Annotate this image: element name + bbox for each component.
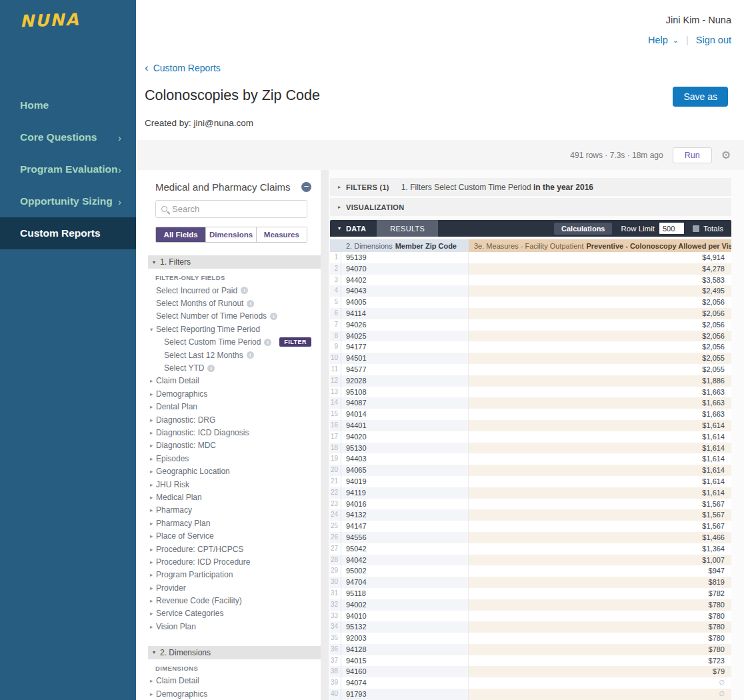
field-group-row[interactable]: ▸ Demographics [136, 387, 321, 400]
zip-cell[interactable]: 94070 [341, 263, 469, 275]
field-row[interactable]: Select Custom Time Period i FILTER [136, 336, 321, 349]
value-cell[interactable]: $1,567 [469, 509, 731, 521]
value-cell[interactable]: $1,614 [469, 487, 731, 499]
field-group-row[interactable]: ▸ JHU Risk [136, 478, 321, 491]
field-group-row[interactable]: ▸ Dental Plan [136, 401, 321, 413]
value-cell[interactable]: $2,056 [469, 297, 731, 308]
field-group-row[interactable]: ▸ Medical Plan [136, 491, 321, 503]
value-cell[interactable]: $1,007 [469, 555, 731, 566]
filters-bar[interactable]: ▸ FILTERS (1) 1. Filters Select Custom T… [330, 178, 731, 196]
zip-cell[interactable]: 94026 [341, 319, 469, 331]
value-cell[interactable]: $2,056 [469, 308, 731, 319]
zip-cell[interactable]: 95002 [341, 565, 469, 577]
dimension-group-row[interactable]: ▸ Demographics [136, 687, 321, 700]
info-icon[interactable]: i [247, 300, 254, 307]
value-cell[interactable]: $1,567 [469, 499, 731, 510]
field-group-row[interactable]: ▸ Episodes [136, 452, 321, 465]
zip-cell[interactable]: 94019 [341, 476, 469, 487]
value-cell[interactable]: $2,056 [469, 331, 731, 342]
value-cell[interactable]: $4,278 [469, 263, 731, 275]
info-icon[interactable]: i [207, 365, 215, 372]
value-cell[interactable]: $2,056 [469, 319, 731, 331]
value-cell[interactable]: $1,663 [469, 397, 731, 409]
zip-cell[interactable]: 94015 [341, 655, 469, 667]
zip-cell[interactable]: 92028 [341, 375, 469, 387]
totals-checkbox[interactable] [693, 225, 699, 232]
zip-cell[interactable]: 94403 [341, 453, 469, 465]
field-tab[interactable]: Dimensions [206, 227, 256, 242]
dimension-group-row[interactable]: ▸ Claim Detail [136, 675, 321, 687]
field-row[interactable]: Select YTD i [136, 361, 321, 374]
field-group-row[interactable]: ▸ Diagnostic: DRG [136, 413, 321, 426]
field-tab[interactable]: All Fields [156, 227, 206, 242]
value-cell[interactable]: $2,495 [469, 285, 731, 297]
value-cell[interactable]: $1,614 [469, 431, 731, 443]
info-icon[interactable]: i [241, 287, 248, 294]
dimension-column-header[interactable]: 2. Dimensions Member Zip Code [341, 239, 469, 252]
value-cell[interactable]: $1,663 [469, 409, 731, 420]
sidebar-item[interactable]: Opportunity Sizing › [0, 185, 136, 217]
field-group-row[interactable]: ▸ Pharmacy [136, 504, 321, 517]
info-icon[interactable]: i [270, 313, 277, 320]
zip-cell[interactable]: 94147 [341, 521, 469, 532]
row-limit-input[interactable] [659, 223, 684, 234]
value-cell[interactable]: $780 [469, 633, 731, 644]
field-group-row[interactable]: ▸ Program Participation [136, 569, 321, 581]
zip-cell[interactable]: 95042 [341, 543, 469, 555]
zip-cell[interactable]: 94016 [341, 499, 469, 510]
sidebar-item[interactable]: Custom Reports › [0, 217, 136, 249]
info-icon[interactable]: i [247, 351, 254, 359]
field-row[interactable]: Select Months of Runout i [136, 297, 321, 309]
value-cell[interactable]: $1,614 [469, 476, 731, 487]
zip-cell[interactable]: 94556 [341, 532, 469, 543]
zip-cell[interactable]: 95139 [341, 252, 469, 263]
value-cell[interactable]: $780 [469, 599, 731, 611]
zip-cell[interactable]: 95130 [341, 443, 469, 454]
field-row[interactable]: Select Incurred or Paid i [136, 284, 321, 297]
field-row[interactable]: Select Number of Time Periods i [136, 310, 321, 323]
zip-cell[interactable]: 94577 [341, 364, 469, 375]
zip-cell[interactable]: 92003 [341, 633, 469, 644]
field-group-row[interactable]: ▸ Geographic Location [136, 465, 321, 477]
value-cell[interactable]: $1,614 [469, 420, 731, 431]
value-cell[interactable]: $2,055 [469, 364, 731, 375]
zip-cell[interactable]: 94042 [341, 555, 469, 566]
zip-cell[interactable]: 94065 [341, 465, 469, 476]
tab-results[interactable]: RESULTS [377, 220, 438, 237]
zip-cell[interactable]: 91793 [341, 689, 469, 700]
zip-cell[interactable]: 94020 [341, 431, 469, 443]
calculations-button[interactable]: Calculations [554, 223, 612, 235]
value-cell[interactable]: $723 [469, 655, 731, 667]
sign-out-link[interactable]: Sign out [696, 35, 731, 45]
zip-cell[interactable]: 94128 [341, 644, 469, 655]
zip-cell[interactable]: 94010 [341, 611, 469, 622]
field-group-row[interactable]: ▸ Pharmacy Plan [136, 517, 321, 529]
value-cell[interactable]: $2,056 [469, 341, 731, 353]
dimensions-section-header[interactable]: ▾ 2. Dimensions [148, 646, 321, 659]
field-group-row[interactable]: ▸ Vision Plan [136, 620, 321, 633]
value-cell[interactable]: $1,614 [469, 453, 731, 465]
search-input[interactable] [172, 204, 307, 214]
help-link[interactable]: Help ⌄ [648, 35, 679, 45]
value-cell[interactable]: $1,466 [469, 532, 731, 543]
zip-cell[interactable]: 94501 [341, 353, 469, 364]
value-cell[interactable]: $1,663 [469, 387, 731, 398]
field-group-row[interactable]: ▸ Claim Detail [136, 375, 321, 387]
value-cell[interactable]: $1,614 [469, 443, 731, 454]
field-group-row[interactable]: ▸ Revenue Code (Facility) [136, 594, 321, 607]
value-cell[interactable]: $819 [469, 577, 731, 588]
zip-cell[interactable]: 94119 [341, 487, 469, 499]
zip-cell[interactable]: 94005 [341, 297, 469, 308]
zip-cell[interactable]: 94402 [341, 275, 469, 286]
field-group-row[interactable]: ▸ Diagnostic: MDC [136, 439, 321, 452]
value-cell[interactable]: ∅ [469, 677, 731, 689]
zip-cell[interactable]: 94401 [341, 420, 469, 431]
zip-cell[interactable]: 94074 [341, 677, 469, 689]
zip-cell[interactable]: 94043 [341, 285, 469, 297]
value-cell[interactable]: $1,364 [469, 543, 731, 555]
sidebar-item[interactable]: Home › [0, 89, 136, 121]
field-group-row[interactable]: ▸ Procedure: ICD Procedure [136, 555, 321, 568]
field-row[interactable]: Select Last 12 Months i [136, 349, 321, 361]
value-cell[interactable]: $1,567 [469, 521, 731, 532]
field-group-row[interactable]: ▸ Place of Service [136, 529, 321, 542]
